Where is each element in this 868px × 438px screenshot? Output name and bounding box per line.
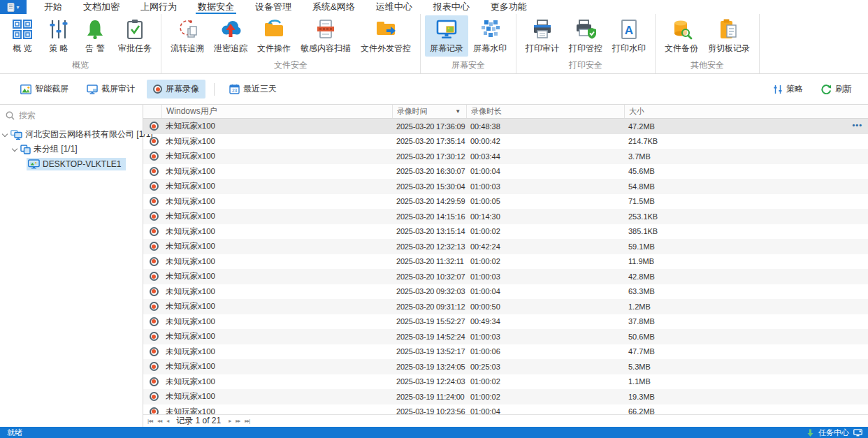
policy-toolbar-button[interactable]: 策略 <box>767 80 809 98</box>
tab-7[interactable]: 报表中心 <box>423 0 480 14</box>
print-watermark-button[interactable]: A 打印水印 <box>607 15 651 57</box>
tab-4[interactable]: 设备管理 <box>245 0 302 14</box>
clipboard-doc-icon <box>718 18 740 41</box>
file-outgoing-control-button[interactable]: 文件外发管控 <box>356 15 416 57</box>
tree-node-device[interactable]: DESKTOP-VLKTLE1 <box>0 156 143 171</box>
ribbon-item-label: 文件操作 <box>257 43 291 54</box>
last-page-button[interactable]: ▸▸| <box>245 418 249 424</box>
tab-0[interactable]: 开始 <box>34 0 73 14</box>
policy-button[interactable]: 策 略 <box>41 15 77 57</box>
table-row[interactable]: 未知玩家x1002025-03-19 13:24:0500:25:035.3MB <box>143 359 868 374</box>
first-page-button[interactable]: |◂◂ <box>147 418 152 424</box>
clipboard-record-button[interactable]: 剪切板记录 <box>703 15 755 57</box>
refresh-button[interactable]: 刷新 <box>815 80 858 98</box>
cell-windows-user: 未知玩家x100 <box>161 151 392 161</box>
search-box[interactable] <box>0 105 143 124</box>
refresh-icon <box>821 84 832 94</box>
table-row[interactable]: 未知玩家x1002025-03-20 09:31:1200:00:501.2MB <box>143 299 868 314</box>
document-scan-icon <box>314 18 337 41</box>
table-row[interactable]: 未知玩家x1002025-03-20 13:15:1401:00:02385.1… <box>143 224 868 240</box>
taskbar-monitor-icon[interactable] <box>853 429 862 437</box>
table-row[interactable]: 未知玩家x1002025-03-19 13:52:1701:00:0647.7M… <box>143 344 868 360</box>
ribbon-item-label: 告 警 <box>85 43 104 54</box>
table-row[interactable]: 未知玩家x1002025-03-20 14:29:5901:00:0571.5M… <box>143 194 868 210</box>
header-size[interactable]: 大小 <box>624 105 868 118</box>
ribbon-group-print-security: 打印审计 打印管控 A 打印水印 打印安全 <box>516 14 656 73</box>
record-icon <box>143 197 161 206</box>
table-row[interactable]: 未知玩家x1002025-03-19 15:52:2700:49:3437.8M… <box>143 314 868 330</box>
sensitive-content-scan-button[interactable]: 敏感内容扫描 <box>296 15 356 57</box>
cell-record-time: 2025-03-19 13:52:17 <box>392 347 466 356</box>
cell-record-duration: 00:49:34 <box>466 317 624 326</box>
fast-prev-button[interactable]: ◂◂ <box>157 418 161 424</box>
monitor-record-icon <box>435 18 458 41</box>
tab-3[interactable]: 数据安全 <box>187 0 245 14</box>
header-windows-user[interactable]: Windows用户 <box>161 105 392 118</box>
table-row[interactable]: 未知玩家x1002025-03-19 12:24:0301:00:021.1MB <box>143 374 868 390</box>
search-input[interactable] <box>19 110 124 120</box>
chevron-down-icon[interactable] <box>2 131 8 136</box>
fast-next-button[interactable]: ▸▸ <box>236 418 240 424</box>
table-row[interactable]: 未知玩家x1002025-03-19 14:52:2401:00:0350.6M… <box>143 329 868 344</box>
table-row[interactable]: 未知玩家x1002025-03-20 17:35:1400:00:42214.7… <box>143 134 868 149</box>
file-backup-button[interactable]: 文件备份 <box>660 15 703 57</box>
table-row[interactable]: 未知玩家x1002025-03-20 11:32:1101:00:0211.9M… <box>143 254 868 270</box>
recent-3days-button[interactable]: 23 最近三天 <box>223 80 283 98</box>
device-monitor-icon <box>28 159 40 169</box>
app-menu-button[interactable]: ▾ <box>0 0 27 14</box>
tab-1[interactable]: 文档加密 <box>73 0 130 14</box>
device-tree-sidebar: 河北安固云网络科技有限公司 [1/1] 未分组 [1/1] DESKTOP-VL… <box>0 105 143 427</box>
tab-2[interactable]: 上网行为 <box>130 0 187 14</box>
smart-capture-button[interactable]: 智能截屏 <box>14 80 75 98</box>
record-icon <box>143 392 161 401</box>
recordings-table: Windows用户 录像时间▼ 录像时长 大小 未知玩家x1002025-03-… <box>143 105 868 427</box>
table-row[interactable]: 未知玩家x1002025-03-20 14:15:1600:14:30253.1… <box>143 209 868 224</box>
cell-record-duration: 01:00:02 <box>466 377 624 386</box>
chevron-down-icon[interactable] <box>12 145 17 151</box>
tab-6[interactable]: 运维中心 <box>366 0 423 14</box>
table-row[interactable]: 未知玩家x1002025-03-19 11:24:0001:00:0219.3M… <box>143 389 868 404</box>
table-row[interactable]: 未知玩家x1002025-03-20 09:32:0301:00:0463.3M… <box>143 284 868 300</box>
sort-dropdown-icon[interactable]: ▼ <box>455 108 461 115</box>
prev-page-button[interactable]: ◂ <box>166 418 168 424</box>
table-row[interactable]: 未知玩家x1002025-03-20 12:32:1300:42:2459.1M… <box>143 239 868 254</box>
screen-watermark-button[interactable]: 屏幕水印 <box>468 15 512 57</box>
database-search-icon <box>670 18 693 41</box>
tree-node-company[interactable]: 河北安固云网络科技有限公司 [1/1] <box>0 127 143 142</box>
screen-recording-button[interactable]: 屏幕录像 <box>147 80 205 98</box>
header-record-time[interactable]: 录像时间▼ <box>392 105 466 118</box>
cell-record-duration: 01:00:03 <box>466 272 624 281</box>
cloud-leak-icon <box>219 18 242 41</box>
ribbon-item-label: 打印水印 <box>612 43 646 54</box>
alert-button[interactable]: 告 警 <box>77 15 113 57</box>
cell-record-time: 2025-03-19 13:24:05 <box>392 363 466 371</box>
record-icon <box>143 302 161 311</box>
screen-record-button[interactable]: 屏幕记录 <box>425 15 468 57</box>
capture-audit-button[interactable]: 截屏审计 <box>80 80 141 98</box>
tree-node-label: 河北安固云网络科技有限公司 [1/1] <box>25 129 153 140</box>
table-row[interactable]: 未知玩家x1002025-03-20 17:36:0900:48:3847.2M… <box>143 119 868 134</box>
leak-trace-button[interactable]: 泄密追踪 <box>209 15 252 57</box>
print-audit-button[interactable]: 打印审计 <box>521 15 564 57</box>
approval-tasks-button[interactable]: 审批任务 <box>113 15 157 57</box>
tab-8[interactable]: 更多功能 <box>480 0 537 14</box>
circulation-trace-button[interactable]: 流转追溯 <box>166 15 209 57</box>
tree-node-ungrouped[interactable]: 未分组 [1/1] <box>0 142 143 156</box>
record-icon <box>143 257 161 266</box>
task-center-button[interactable]: 任务中心 <box>818 428 849 438</box>
header-record-duration[interactable]: 录像时长 <box>466 105 624 118</box>
print-control-button[interactable]: 打印管控 <box>564 15 607 57</box>
overview-button[interactable]: 概 览 <box>4 15 41 57</box>
next-page-button[interactable]: ▸ <box>229 418 231 424</box>
table-row[interactable]: 未知玩家x1002025-03-19 10:23:5601:00:0466.2M… <box>143 404 868 415</box>
cell-record-duration: 00:00:50 <box>466 302 624 311</box>
table-row[interactable]: 未知玩家x1002025-03-20 15:30:0401:00:0354.8M… <box>143 179 868 194</box>
row-more-button[interactable]: ••• <box>852 121 862 129</box>
tab-5[interactable]: 系统&网络 <box>302 0 366 14</box>
table-row[interactable]: 未知玩家x1002025-03-20 16:30:0701:00:0445.6M… <box>143 164 868 180</box>
file-operation-button[interactable]: 文件操作 <box>252 15 296 57</box>
company-network-icon <box>10 130 22 140</box>
table-row[interactable]: 未知玩家x1002025-03-20 17:30:1200:03:443.7MB <box>143 149 868 164</box>
cell-windows-user: 未知玩家x100 <box>161 361 392 372</box>
table-row[interactable]: 未知玩家x1002025-03-20 10:32:0701:00:0342.8M… <box>143 269 868 284</box>
